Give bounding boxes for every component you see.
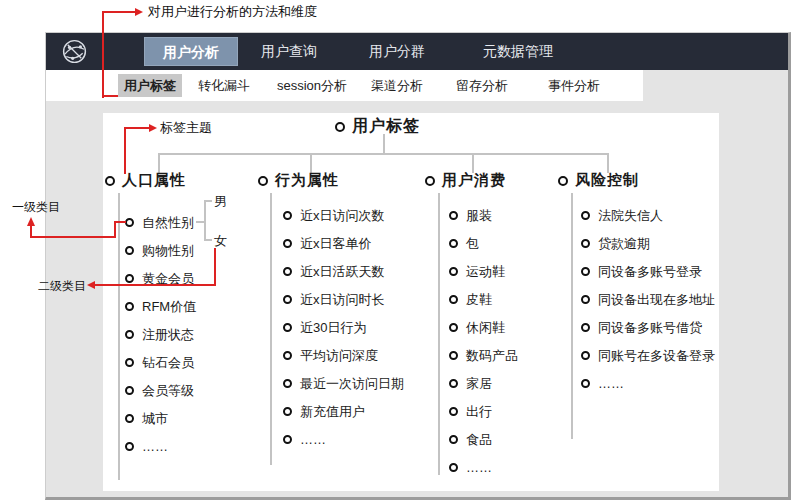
- annotation-tag-theme: 标签主题: [160, 119, 212, 137]
- node-circle-icon: [581, 351, 590, 360]
- node-circle-icon: [449, 379, 458, 388]
- node-circle-icon: [449, 351, 458, 360]
- tree-item-label: 近x日客单价: [300, 235, 372, 253]
- subtab-channel-analysis[interactable]: 渠道分析: [371, 70, 423, 101]
- tree-item-label: 购物性别: [142, 242, 194, 260]
- annotation-arrow-segment: [102, 11, 104, 98]
- annotation-arrow-segment: [104, 11, 135, 13]
- tree-item-label: 运动鞋: [466, 263, 505, 281]
- node-circle-icon: [283, 379, 292, 388]
- tree-item-label: 注册状态: [142, 326, 194, 344]
- tree-item: 平均访问深度: [283, 347, 404, 364]
- tree-item-label: 数码产品: [466, 347, 518, 365]
- tree-connector: [118, 193, 120, 480]
- annotation-analysis-methods: 对用户进行分析的方法和维度: [148, 3, 317, 21]
- annotation-arrowhead-icon: [27, 217, 35, 226]
- nav-tab-user-analysis[interactable]: 用户分析: [144, 37, 238, 66]
- annotation-arrowhead-icon: [135, 8, 143, 16]
- tree-item: 注册状态: [125, 326, 196, 343]
- branch-heading-label: 用户消费: [442, 171, 506, 190]
- tree-item: 数码产品: [449, 347, 518, 364]
- annotation-arrow-segment: [30, 236, 116, 238]
- subtab-event-analysis[interactable]: 事件分析: [548, 70, 600, 101]
- node-circle-icon: [449, 323, 458, 332]
- subtab-user-tags[interactable]: 用户标签: [118, 74, 182, 97]
- tree-item: 购物性别: [125, 242, 196, 259]
- tree-item-label: 近x日活跃天数: [300, 263, 385, 281]
- tree-item-label: 城市: [142, 410, 168, 428]
- tree-root: 用户标签: [335, 116, 420, 137]
- tree-item-label: 食品: [466, 431, 492, 449]
- node-circle-icon: [283, 435, 292, 444]
- node-circle-icon: [581, 379, 590, 388]
- tree-connector: [196, 221, 204, 223]
- tree-item: 近x日访问次数: [283, 207, 404, 224]
- app-window: 用户分析用户查询用户分群元数据管理 用户标签转化漏斗session分析渠道分析留…: [45, 32, 791, 500]
- tree-item: 城市: [125, 410, 196, 427]
- sub-navbar: 用户标签转化漏斗session分析渠道分析留存分析事件分析: [46, 70, 643, 101]
- subtab-retention-analysis[interactable]: 留存分析: [456, 70, 508, 101]
- node-circle-icon: [125, 302, 134, 311]
- annotation-arrow-segment: [124, 127, 126, 174]
- node-circle-icon: [449, 435, 458, 444]
- tree-item-label: 近x日访问次数: [300, 207, 385, 225]
- tree-item: 运动鞋: [449, 263, 518, 280]
- annotation-arrow-segment: [102, 95, 118, 97]
- tree-item: 新充值用户: [283, 403, 404, 420]
- tree-item-label: 自然性别: [142, 214, 194, 232]
- node-circle-icon: [581, 323, 590, 332]
- node-circle-icon: [283, 267, 292, 276]
- tree-item: 出行: [449, 403, 518, 420]
- tree-item-label: 贷款逾期: [598, 235, 650, 253]
- tree-item: 近x日客单价: [283, 235, 404, 252]
- branch-risk-control-items: 法院失信人贷款逾期同设备多账号登录同设备出现在多地址同设备多账号借贷同账号在多设…: [581, 207, 715, 392]
- node-circle-icon: [449, 211, 458, 220]
- tree-item: 同账号在多设备登录: [581, 347, 715, 364]
- annotation-arrow-segment: [126, 127, 149, 129]
- node-circle-icon: [125, 414, 134, 423]
- tree-item-label: 同设备多账号登录: [598, 263, 702, 281]
- tree-item-label: RFM价值: [142, 298, 196, 316]
- node-circle-icon: [425, 176, 435, 186]
- subtab-conversion-funnel[interactable]: 转化漏斗: [198, 70, 250, 101]
- tree-item-label: 同设备出现在多地址: [598, 291, 715, 309]
- tree-item: 近x日访问时长: [283, 291, 404, 308]
- branch-risk-control: 风险控制: [558, 171, 639, 190]
- tree-item-label: 皮鞋: [466, 291, 492, 309]
- node-circle-icon: [335, 122, 345, 132]
- node-circle-icon: [581, 295, 590, 304]
- node-circle-icon: [283, 295, 292, 304]
- tree-item-label: 家居: [466, 375, 492, 393]
- nav-tab-user-segmentation[interactable]: 用户分群: [369, 33, 425, 70]
- node-circle-icon: [581, 239, 590, 248]
- tree-item: 近30日行为: [283, 319, 404, 336]
- tree-item: 服装: [449, 207, 518, 224]
- tree-item: 法院失信人: [581, 207, 715, 224]
- tree-item-label: ……: [142, 439, 168, 454]
- tree-item-label: 同设备多账号借贷: [598, 319, 702, 337]
- node-circle-icon: [283, 407, 292, 416]
- tree-item-label: ……: [300, 432, 326, 447]
- tree-item-label: 休闲鞋: [466, 319, 505, 337]
- tree-connector: [383, 134, 385, 153]
- tree-item: 同设备多账号借贷: [581, 319, 715, 336]
- branch-demographic-attributes: 人口属性: [105, 171, 186, 190]
- tree-item: 食品: [449, 431, 518, 448]
- top-navbar: 用户分析用户查询用户分群元数据管理: [46, 33, 788, 70]
- node-circle-icon: [449, 463, 458, 472]
- tree-item: ……: [449, 459, 518, 476]
- node-circle-icon: [558, 176, 568, 186]
- subtab-session-analysis[interactable]: session分析: [277, 70, 347, 101]
- tree-connector: [607, 153, 609, 173]
- tree-item-label: 钻石会员: [142, 354, 194, 372]
- node-circle-icon: [283, 351, 292, 360]
- nav-tab-user-query[interactable]: 用户查询: [261, 33, 317, 70]
- tree-item: RFM价值: [125, 298, 196, 315]
- branch-behavior-attributes: 行为属性: [258, 171, 339, 190]
- tree-item-label: 法院失信人: [598, 207, 663, 225]
- node-circle-icon: [125, 218, 134, 227]
- tree-connector: [438, 193, 440, 475]
- tree-item-label: 同账号在多设备登录: [598, 347, 715, 365]
- nav-tab-metadata-management[interactable]: 元数据管理: [483, 33, 553, 70]
- node-circle-icon: [449, 295, 458, 304]
